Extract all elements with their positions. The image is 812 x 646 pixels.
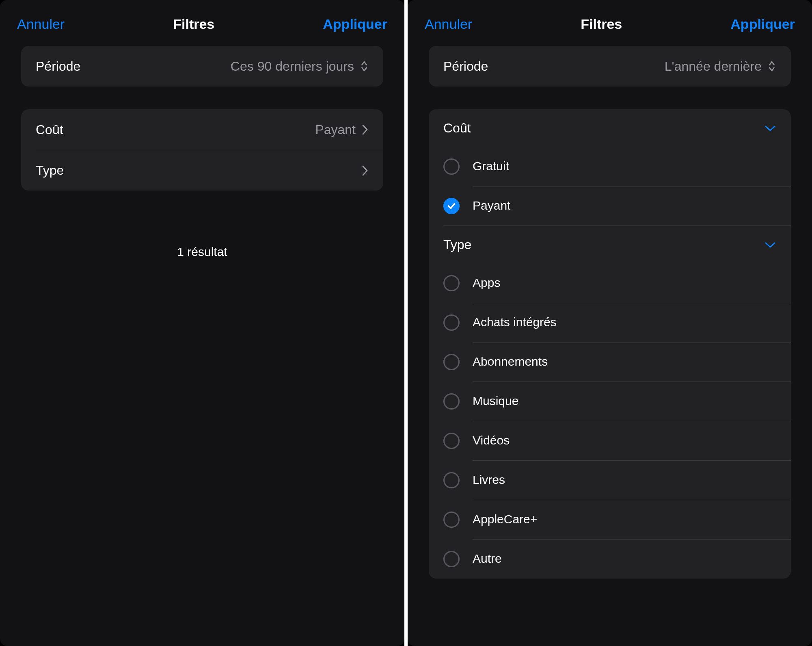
type-option-label: Autre [473,552,776,566]
type-option[interactable]: Livres [429,461,791,500]
radio-unselected-icon [443,512,460,528]
page-title: Filtres [173,16,214,32]
period-value: Ces 90 derniers jours [231,59,354,74]
cost-type-card: Coût Payant Type [21,109,383,191]
period-selector[interactable]: Période Ces 90 derniers jours [21,46,383,87]
radio-unselected-icon [443,551,460,567]
updown-chevron-icon [360,60,369,72]
radio-selected-icon [443,198,460,214]
period-card: Période L'année dernière [429,46,791,87]
cost-label: Coût [443,121,471,136]
period-label: Période [36,59,80,74]
type-option-label: Livres [473,473,776,488]
type-option-label: Vidéos [473,434,776,448]
radio-unselected-icon [443,314,460,331]
type-option[interactable]: AppleCare+ [429,500,791,539]
radio-unselected-icon [443,472,460,488]
radio-unselected-icon [443,433,460,449]
type-row[interactable]: Type [36,150,383,191]
period-selector[interactable]: Période L'année dernière [429,46,791,87]
updown-chevron-icon [767,60,776,72]
type-option[interactable]: Achats intégrés [429,303,791,342]
chevron-right-icon [361,124,369,136]
cancel-button[interactable]: Annuler [425,16,472,32]
type-option-label: Achats intégrés [473,315,776,330]
header-bar: Annuler Filtres Appliquer [0,0,404,46]
chevron-down-icon [764,124,776,132]
period-label: Période [443,59,488,74]
header-bar: Annuler Filtres Appliquer [408,0,812,46]
cost-option-label: Payant [473,199,776,213]
type-option[interactable]: Musique [429,382,791,421]
type-option[interactable]: Autre [429,540,791,579]
apply-button[interactable]: Appliquer [730,16,795,32]
pane-divider [404,0,408,646]
type-option-label: AppleCare+ [473,512,776,527]
type-option[interactable]: Abonnements [429,343,791,382]
type-label: Type [443,237,471,252]
filter-pane-expanded: Annuler Filtres Appliquer Période L'anné… [408,0,812,646]
radio-unselected-icon [443,354,460,370]
period-value: L'année dernière [665,59,762,74]
apply-button[interactable]: Appliquer [323,16,387,32]
period-card: Période Ces 90 derniers jours [21,46,383,87]
result-count: 1 résultat [21,245,383,259]
cost-value: Payant [315,122,356,137]
type-label: Type [36,163,64,178]
type-option[interactable]: Vidéos [429,421,791,460]
type-option[interactable]: Apps [429,264,791,303]
page-title: Filtres [581,16,622,32]
type-option-label: Apps [473,276,776,290]
filter-pane-collapsed: Annuler Filtres Appliquer Période Ces 90… [0,0,404,646]
cost-label: Coût [36,122,63,137]
radio-unselected-icon [443,275,460,291]
cost-option[interactable]: Payant [429,186,791,225]
radio-unselected-icon [443,158,460,175]
cancel-button[interactable]: Annuler [17,16,65,32]
cost-section-header[interactable]: Coût [429,109,791,147]
radio-unselected-icon [443,393,460,410]
cost-option[interactable]: Gratuit [429,147,791,186]
cost-row[interactable]: Coût Payant [21,109,383,150]
chevron-right-icon [361,165,369,177]
cost-type-expanded-card: Coût GratuitPayant Type AppsAchats in [429,109,791,579]
chevron-down-icon [764,241,776,249]
cost-option-label: Gratuit [473,159,776,174]
type-option-label: Abonnements [473,355,776,369]
type-section-header[interactable]: Type [429,226,791,264]
type-option-label: Musique [473,394,776,409]
